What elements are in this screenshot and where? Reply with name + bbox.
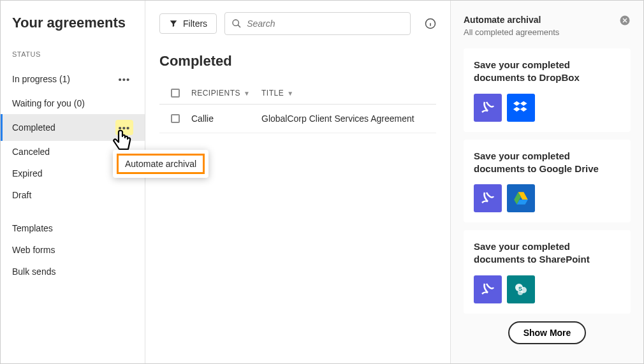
context-menu: Automate archival	[113, 150, 209, 178]
gdrive-icon	[507, 184, 535, 212]
main-content: Filters Completed RECIPIENTS ▼ TITLE ▼ C…	[145, 1, 451, 363]
acrobat-icon	[474, 94, 502, 122]
column-label: RECIPIENTS	[191, 89, 240, 98]
more-icon[interactable]: •••	[115, 71, 133, 87]
toolbar: Filters	[159, 12, 436, 35]
info-icon[interactable]	[425, 18, 436, 29]
more-icon[interactable]: •••	[115, 120, 133, 135]
search-icon	[231, 18, 242, 29]
svg-line-1	[238, 25, 240, 27]
row-checkbox[interactable]	[171, 114, 180, 123]
sidebar-item-completed[interactable]: Completed •••	[1, 114, 145, 141]
select-all-checkbox[interactable]	[171, 89, 180, 98]
sort-down-icon: ▼	[287, 90, 293, 97]
sidebar-item-label: Canceled	[12, 147, 50, 157]
table-header: RECIPIENTS ▼ TITLE ▼	[159, 82, 436, 105]
sidebar-item-label: Expired	[12, 168, 42, 178]
sidebar-item-waiting[interactable]: Waiting for you (0)	[1, 92, 145, 114]
page-title: Your agreements	[1, 15, 145, 50]
sidebar-item-bulk-sends[interactable]: Bulk sends	[1, 261, 145, 282]
sidebar-item-label: Web forms	[12, 245, 55, 255]
sidebar-item-label: Bulk sends	[12, 266, 55, 277]
sidebar-item-label: Templates	[12, 223, 53, 233]
card-title: Save your completed documents to Google …	[474, 150, 620, 176]
integration-card-sharepoint[interactable]: Save your completed documents to SharePo…	[464, 230, 631, 314]
column-label: TITLE	[261, 89, 284, 98]
filter-icon	[169, 19, 178, 28]
sidebar-item-web-forms[interactable]: Web forms	[1, 239, 145, 261]
search-input-wrap[interactable]	[224, 12, 411, 35]
integration-card-dropbox[interactable]: Save your completed documents to DropBox	[464, 48, 631, 132]
integration-card-gdrive[interactable]: Save your completed documents to Google …	[464, 140, 631, 223]
search-input[interactable]	[247, 18, 404, 29]
sidebar-item-label: In progress (1)	[12, 74, 70, 84]
close-icon[interactable]	[619, 15, 631, 26]
content-title: Completed	[159, 53, 436, 69]
sidebar-item-draft[interactable]: Draft	[1, 184, 145, 206]
svg-text:S: S	[518, 286, 522, 292]
sidebar-item-label: Waiting for you (0)	[12, 98, 85, 108]
card-title: Save your completed documents to SharePo…	[474, 240, 620, 266]
sort-down-icon: ▼	[244, 90, 250, 97]
show-more-button[interactable]: Show More	[508, 321, 587, 344]
sidebar-item-label: Completed	[12, 122, 55, 133]
sidebar-section-label: STATUS	[1, 50, 145, 66]
sidebar-item-templates[interactable]: Templates	[1, 217, 145, 239]
panel-title: Automate archival	[464, 15, 559, 25]
recipient-cell: Callie	[191, 113, 214, 124]
panel-subtitle: All completed agreements	[464, 27, 559, 37]
sidebar: Your agreements STATUS In progress (1) •…	[1, 1, 145, 363]
sidebar-item-in-progress[interactable]: In progress (1) •••	[1, 66, 145, 92]
filters-label: Filters	[183, 18, 207, 29]
column-title[interactable]: TITLE ▼	[261, 89, 436, 98]
dropbox-icon	[507, 94, 535, 122]
card-title: Save your completed documents to DropBox	[474, 59, 620, 85]
acrobat-icon	[474, 184, 502, 212]
sidebar-item-label: Draft	[12, 190, 31, 200]
table-row[interactable]: Callie GlobalCorp Client Services Agreem…	[159, 105, 436, 133]
filters-button[interactable]: Filters	[159, 13, 217, 34]
column-recipients[interactable]: RECIPIENTS ▼	[191, 89, 261, 98]
sharepoint-icon: S	[507, 275, 535, 303]
acrobat-icon	[474, 275, 502, 303]
side-panel: Automate archival All completed agreemen…	[451, 1, 643, 363]
menu-item-automate-archival[interactable]: Automate archival	[117, 154, 205, 174]
title-cell: GlobalCorp Client Services Agreement	[261, 113, 414, 124]
svg-point-0	[233, 20, 238, 25]
